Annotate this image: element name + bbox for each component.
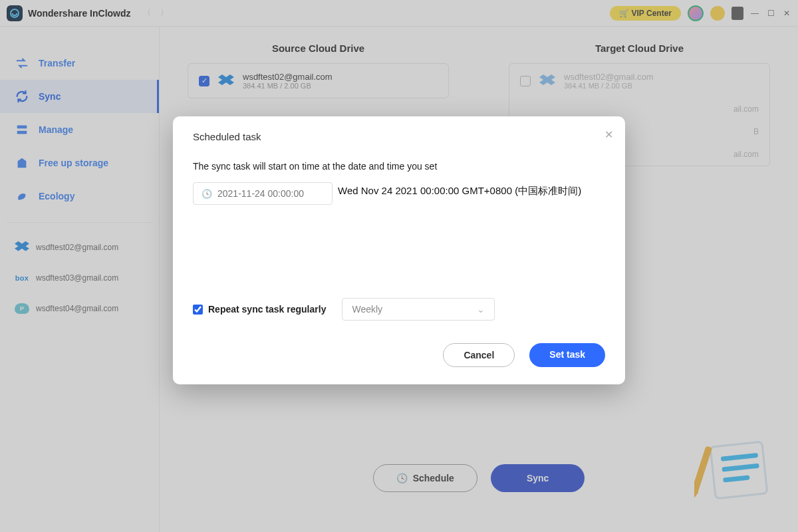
modal-close-icon[interactable]: ✕ bbox=[604, 128, 613, 141]
datetime-value: 2021-11-24 00:00:00 bbox=[217, 188, 304, 199]
repeat-label: Repeat sync task regularly bbox=[208, 304, 326, 315]
modal-description: The sync task will start on time at the … bbox=[193, 161, 605, 172]
cancel-button[interactable]: Cancel bbox=[443, 343, 515, 367]
datetime-picker[interactable]: 🕓 2021-11-24 00:00:00 bbox=[193, 182, 332, 205]
repeat-toggle[interactable]: Repeat sync task regularly bbox=[193, 304, 326, 315]
interval-value: Weekly bbox=[352, 304, 382, 315]
modal-title: Scheduled task bbox=[193, 131, 605, 142]
cancel-button-label: Cancel bbox=[464, 350, 494, 360]
set-task-button[interactable]: Set task bbox=[529, 343, 605, 367]
modal-overlay: Scheduled task ✕ The sync task will star… bbox=[0, 0, 798, 532]
clock-icon: 🕓 bbox=[201, 189, 212, 199]
scheduled-task-modal: Scheduled task ✕ The sync task will star… bbox=[173, 116, 625, 384]
chevron-down-icon: ⌄ bbox=[477, 304, 485, 315]
datetime-echo: Wed Nov 24 2021 00:00:00 GMT+0800 (中国标准时… bbox=[338, 182, 581, 200]
set-task-button-label: Set task bbox=[549, 349, 585, 360]
repeat-checkbox[interactable] bbox=[193, 305, 203, 315]
interval-dropdown[interactable]: Weekly ⌄ bbox=[342, 298, 495, 321]
